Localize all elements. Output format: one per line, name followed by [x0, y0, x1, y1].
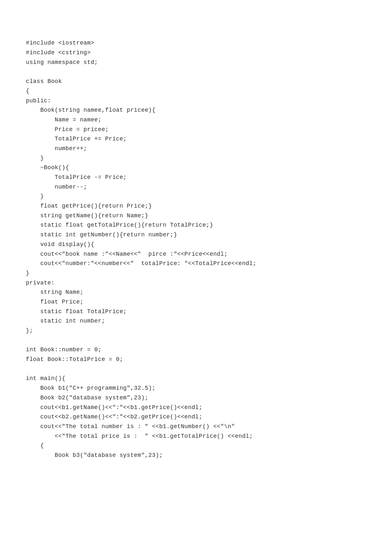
- code-display: #include <iostream> #include <cstring> u…: [26, 19, 366, 460]
